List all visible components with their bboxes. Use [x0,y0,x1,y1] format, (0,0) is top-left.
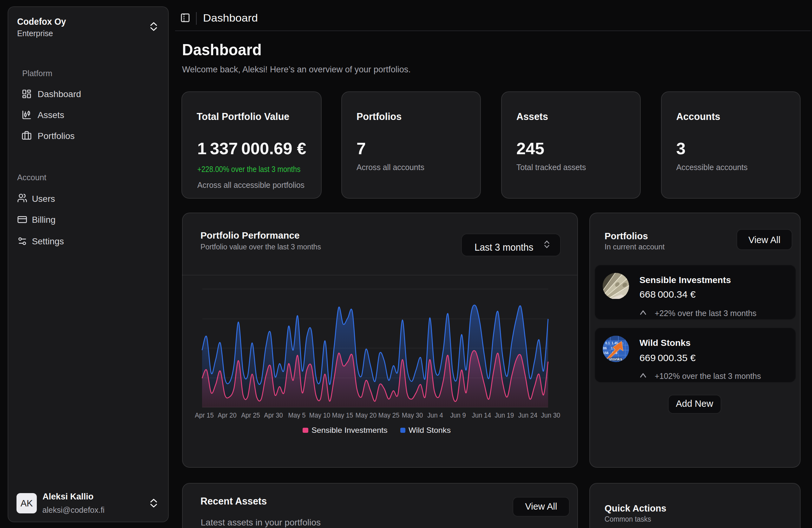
svg-text:156: 156 [603,351,609,355]
svg-text:0.1: 0.1 [605,341,610,345]
svg-text:86: 86 [603,346,607,350]
svg-text:stonks: stonks [609,357,622,362]
